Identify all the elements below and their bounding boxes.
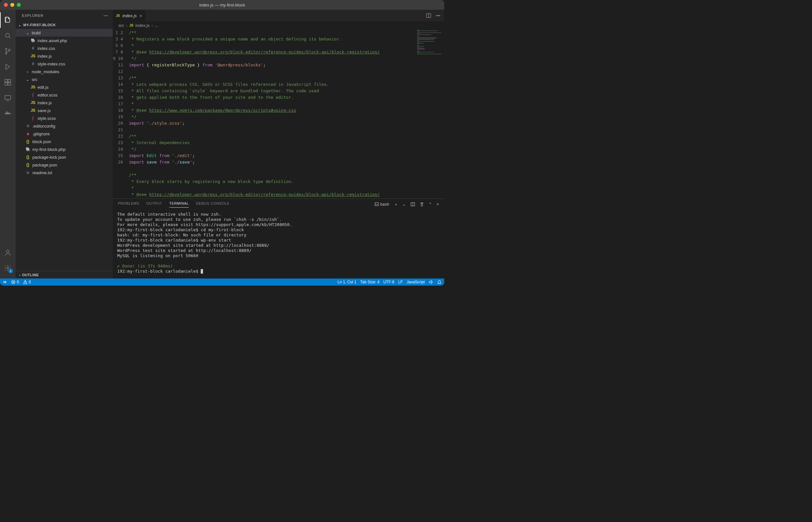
breadcrumb-segment[interactable]: src [119, 23, 124, 28]
folder-build[interactable]: ⌄ build [16, 29, 113, 37]
outline-header[interactable]: › OUTLINE [16, 271, 113, 279]
breadcrumb[interactable]: src › JS index.js › ... [113, 21, 444, 29]
error-icon [11, 280, 16, 284]
svg-rect-5 [8, 79, 11, 82]
maximize-panel-icon[interactable]: ⌃ [429, 202, 432, 207]
maximize-window-button[interactable] [17, 3, 21, 7]
remote-icon [4, 94, 12, 102]
tab-index-js[interactable]: JS index.js × [113, 10, 146, 21]
file-label: style-index.css [38, 62, 65, 66]
status-feedback-icon[interactable] [429, 280, 433, 284]
css-icon: # [31, 46, 36, 51]
tab-label: index.js [122, 13, 137, 18]
activity-source-control[interactable] [0, 43, 16, 59]
file-label: readme.txt [33, 170, 52, 175]
status-remote[interactable] [3, 280, 7, 284]
activity-run-debug[interactable] [0, 59, 16, 75]
chevron-down-icon[interactable]: ⌄ [402, 202, 406, 207]
kill-terminal-icon[interactable] [420, 202, 424, 207]
file-item[interactable]: ʄeditor.scss [16, 91, 113, 99]
panel-tab-output[interactable]: OUTPUT [146, 201, 162, 207]
file-item[interactable]: {}block.json [16, 138, 113, 145]
php-icon: 🐘 [31, 38, 36, 43]
php-icon: 🐘 [25, 147, 31, 152]
file-item[interactable]: ≣readme.txt [16, 169, 113, 177]
file-item[interactable]: 🐘my-first-block.php [16, 145, 113, 153]
svg-rect-6 [5, 83, 7, 85]
files-icon [4, 16, 12, 24]
activity-remote[interactable] [0, 90, 16, 105]
activity-extensions[interactable] [0, 75, 16, 90]
file-label: .editorconfig [33, 124, 55, 128]
js-icon: JS [31, 85, 36, 89]
traffic-lights [0, 3, 21, 7]
json-icon: {} [25, 163, 31, 167]
chevron-down-icon: ⌄ [25, 31, 30, 35]
file-item[interactable]: JSindex.js [16, 99, 113, 106]
file-label: save.js [38, 108, 50, 113]
project-name: MY-FIRST-BLOCK [23, 23, 56, 27]
close-panel-icon[interactable]: × [437, 202, 439, 207]
folder-node-modules[interactable]: › node_modules [16, 68, 113, 76]
file-item[interactable]: JSsave.js [16, 106, 113, 114]
js-icon: JS [31, 108, 36, 113]
status-cursor[interactable]: Ln 1, Col 1 [338, 280, 357, 284]
file-item[interactable]: {}package.json [16, 161, 113, 169]
chevron-right-icon: › [25, 69, 30, 74]
file-label: editor.scss [38, 93, 57, 98]
file-item[interactable]: {}package-lock.json [16, 153, 113, 161]
split-terminal-icon[interactable] [410, 202, 415, 207]
status-errors[interactable]: 0 [11, 280, 19, 284]
activity-settings[interactable]: 1 [0, 260, 16, 276]
file-item[interactable]: ◆.gitignore [16, 130, 113, 138]
file-label: my-first-block.php [33, 147, 66, 152]
file-item[interactable]: JSindex.js [16, 52, 113, 60]
panel-tab-problems[interactable]: PROBLEMS [118, 201, 139, 207]
explorer-more-icon[interactable]: ••• [104, 14, 108, 18]
svg-point-0 [5, 33, 9, 37]
file-item[interactable]: 🐘index.asset.php [16, 37, 113, 44]
terminal-shell-label[interactable]: bash [374, 202, 389, 207]
close-window-button[interactable] [4, 3, 8, 7]
svg-rect-4 [5, 79, 7, 82]
breadcrumb-segment[interactable]: ... [155, 23, 158, 28]
status-encoding[interactable]: UTF-8 [383, 280, 394, 284]
split-editor-icon[interactable] [426, 13, 431, 18]
file-item[interactable]: #style-index.css [16, 60, 113, 68]
folder-src[interactable]: ⌄ src [16, 76, 113, 83]
panel-tab-terminal[interactable]: TERMINAL [169, 201, 189, 207]
status-warnings[interactable]: 0 [23, 280, 31, 284]
file-item[interactable]: ⚙.editorconfig [16, 122, 113, 130]
editor-body[interactable]: 1 2 3 4 5 6 7 8 9 10 11 12 13 14 15 16 1… [113, 29, 444, 199]
minimap[interactable] [415, 29, 444, 199]
panel-tab-debug-console[interactable]: DEBUG CONSOLE [196, 201, 229, 207]
status-language[interactable]: JavaScript [407, 280, 425, 284]
code-content[interactable]: /** * Registers a new block provided a u… [129, 29, 415, 199]
activity-explorer[interactable] [0, 12, 16, 28]
project-header[interactable]: ⌄ MY-FIRST-BLOCK [16, 21, 113, 29]
svg-rect-12 [6, 112, 7, 113]
activity-accounts[interactable] [0, 245, 16, 260]
chevron-down-icon: ⌄ [18, 23, 22, 27]
activity-docker[interactable] [0, 105, 16, 121]
more-icon[interactable]: ••• [436, 13, 440, 18]
status-bell-icon[interactable] [437, 280, 442, 284]
status-bar: 0 0 Ln 1, Col 1 Tab Size: 4 UTF-8 LF Jav… [0, 279, 444, 286]
breadcrumb-segment[interactable]: index.js [135, 23, 149, 28]
terminal-output[interactable]: The default interactive shell is now zsh… [113, 210, 444, 279]
file-item[interactable]: #index.css [16, 44, 113, 52]
file-item[interactable]: JSedit.js [16, 83, 113, 91]
activity-search[interactable] [0, 28, 16, 43]
minimize-window-button[interactable] [11, 3, 14, 7]
status-tabsize[interactable]: Tab Size: 4 [360, 280, 380, 284]
outline-label: OUTLINE [22, 273, 39, 277]
close-icon[interactable]: × [139, 13, 142, 18]
settings-badge: 1 [8, 269, 13, 273]
editor-area: JS index.js × ••• src › JS index.js › ..… [113, 10, 444, 279]
file-item[interactable]: ʄstyle.scss [16, 114, 113, 122]
new-terminal-icon[interactable]: ＋ [394, 202, 398, 207]
chevron-right-icon: › [18, 273, 22, 277]
gear-icon: ⚙ [25, 124, 31, 128]
window-title: index.js — my-first-block [199, 3, 245, 7]
status-eol[interactable]: LF [398, 280, 403, 284]
